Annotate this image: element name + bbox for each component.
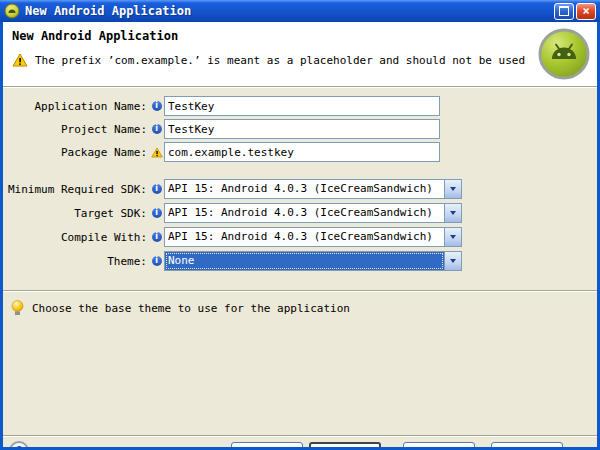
info-icon: i	[152, 256, 162, 266]
help-button[interactable]: ?	[9, 441, 29, 447]
form-row-project-name: Project Name: i	[3, 119, 597, 139]
form-row-minimum-required-sdk: Minimum Required SDK: i API 15: Android …	[3, 179, 597, 199]
maximize-icon	[559, 6, 569, 16]
target-sdk-label: Target SDK:	[5, 207, 149, 220]
application-name-input[interactable]	[164, 96, 440, 116]
field-decorator: i	[149, 232, 164, 242]
compile-with-value: API 15: Android 4.0.3 (IceCreamSandwich)	[165, 228, 444, 246]
lightbulb-icon	[11, 300, 24, 317]
compile-with-combo[interactable]: API 15: Android 4.0.3 (IceCreamSandwich)	[164, 227, 462, 247]
finish-button[interactable]: Finish	[403, 442, 475, 447]
minimum-required-sdk-combo[interactable]: API 15: Android 4.0.3 (IceCreamSandwich)	[164, 179, 462, 199]
close-button[interactable]: ×	[576, 3, 596, 20]
compile-with-label: Compile With:	[5, 231, 149, 244]
warning-icon	[151, 147, 163, 158]
info-icon: i	[152, 208, 162, 218]
cancel-button[interactable]: Cancel	[491, 442, 563, 447]
info-icon: i	[152, 124, 162, 134]
field-decorator: i	[149, 256, 164, 266]
wizard-form: Application Name: i Project Name: i Pack…	[3, 96, 597, 275]
form-gap	[3, 165, 597, 179]
window-controls: ×	[554, 3, 596, 20]
back-button[interactable]: < Back	[231, 442, 303, 447]
wizard-title: New Android Application	[12, 29, 178, 43]
theme-value: None	[165, 252, 444, 270]
minimum-required-sdk-value: API 15: Android 4.0.3 (IceCreamSandwich)	[165, 180, 444, 198]
combo-dropdown-arrow-icon[interactable]	[444, 180, 461, 198]
info-icon: i	[152, 184, 162, 194]
theme-label: Theme:	[5, 255, 149, 268]
project-name-input[interactable]	[164, 119, 440, 139]
footer-bar: ? < Back Next > Finish Cancel	[3, 435, 597, 447]
info-icon: i	[152, 232, 162, 242]
warning-message-text: The prefix ’com.example.’ is meant as a …	[35, 54, 525, 67]
next-button[interactable]: Next >	[309, 442, 381, 447]
android-logo-icon	[537, 27, 591, 81]
theme-combo[interactable]: None	[164, 251, 462, 271]
combo-dropdown-arrow-icon[interactable]	[444, 204, 461, 222]
separator-line	[3, 290, 597, 292]
maximize-button[interactable]	[554, 3, 574, 20]
target-sdk-value: API 15: Android 4.0.3 (IceCreamSandwich)	[165, 204, 444, 222]
footer-buttons: < Back Next > Finish Cancel	[231, 442, 563, 447]
form-row-target-sdk: Target SDK: i API 15: Android 4.0.3 (Ice…	[3, 203, 597, 223]
field-decorator	[149, 147, 164, 158]
android-wizard-icon	[4, 3, 20, 19]
field-decorator: i	[149, 208, 164, 218]
field-decorator: i	[149, 101, 164, 111]
combo-dropdown-arrow-icon[interactable]	[444, 252, 461, 270]
hint-text: Choose the base theme to use for the app…	[32, 302, 350, 315]
form-row-compile-with: Compile With: i API 15: Android 4.0.3 (I…	[3, 227, 597, 247]
close-icon: ×	[582, 5, 589, 17]
warning-message-row: The prefix ’com.example.’ is meant as a …	[12, 53, 525, 67]
package-name-input[interactable]	[164, 142, 440, 162]
combo-dropdown-arrow-icon[interactable]	[444, 228, 461, 246]
field-decorator: i	[149, 124, 164, 134]
info-icon: i	[152, 101, 162, 111]
application-name-label: Application Name:	[5, 100, 149, 113]
warning-icon	[12, 53, 28, 67]
window-title: New Android Application	[25, 4, 554, 18]
titlebar[interactable]: New Android Application ×	[0, 0, 600, 22]
form-row-application-name: Application Name: i	[3, 96, 597, 116]
hint-row: Choose the base theme to use for the app…	[11, 300, 350, 317]
form-row-theme: Theme: i None	[3, 251, 597, 271]
form-row-package-name: Package Name:	[3, 142, 597, 162]
minimum-required-sdk-label: Minimum Required SDK:	[5, 183, 149, 196]
dialog-content: New Android Application The prefix ’com.…	[3, 22, 597, 447]
new-android-application-dialog: New Android Application × New Android Ap…	[0, 0, 600, 450]
project-name-label: Project Name:	[5, 123, 149, 136]
wizard-header: New Android Application The prefix ’com.…	[3, 22, 597, 86]
package-name-label: Package Name:	[5, 146, 149, 159]
field-decorator: i	[149, 184, 164, 194]
target-sdk-combo[interactable]: API 15: Android 4.0.3 (IceCreamSandwich)	[164, 203, 462, 223]
